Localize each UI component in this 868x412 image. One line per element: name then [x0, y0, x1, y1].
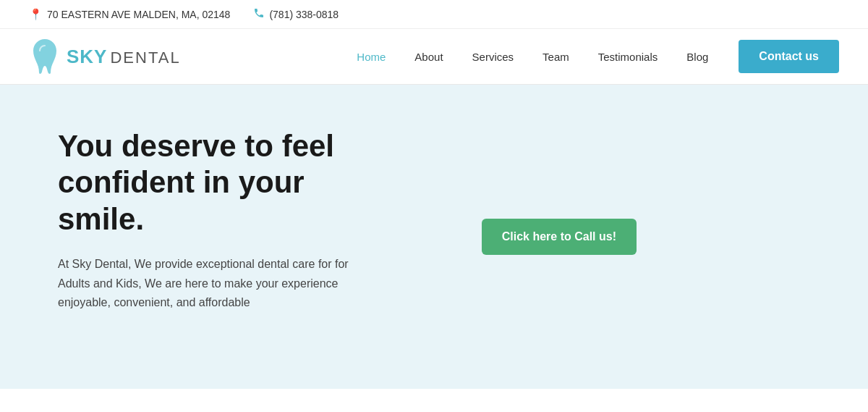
hero-title: You deserve to feel confident in your sm… — [58, 128, 362, 237]
location-icon: 📍 — [29, 8, 43, 21]
nav-about[interactable]: About — [401, 45, 456, 69]
address-text: 70 EASTERN AVE MALDEN, MA, 02148 — [47, 9, 230, 20]
logo-sky: SKY — [67, 46, 107, 68]
nav-services[interactable]: Services — [459, 45, 527, 69]
call-button[interactable]: Click here to Call us! — [482, 219, 637, 255]
phone-icon — [253, 7, 265, 21]
hero-section: You deserve to feel confident in your sm… — [0, 85, 868, 389]
nav-blog[interactable]: Blog — [673, 45, 721, 69]
phone-text: (781) 338-0818 — [269, 9, 339, 20]
hero-content: You deserve to feel confident in your sm… — [58, 128, 362, 312]
top-bar: 📍 70 EASTERN AVE MALDEN, MA, 02148 (781)… — [0, 0, 868, 29]
contact-button[interactable]: Contact us — [739, 40, 839, 73]
phone-item: (781) 338-0818 — [253, 7, 339, 21]
logo-text: SKY DENTAL — [67, 46, 181, 68]
call-button-container: Click here to Call us! — [482, 219, 637, 255]
logo-icon — [29, 38, 61, 75]
hero-description: At Sky Dental, We provide exceptional de… — [58, 255, 362, 312]
address-item: 📍 70 EASTERN AVE MALDEN, MA, 02148 — [29, 8, 230, 21]
logo[interactable]: SKY DENTAL — [29, 38, 181, 75]
logo-dental: DENTAL — [110, 49, 180, 67]
nav-team[interactable]: Team — [529, 45, 582, 69]
header: SKY DENTAL Home About Services Team Test… — [0, 29, 868, 85]
nav-home[interactable]: Home — [344, 45, 399, 69]
nav-testimonials[interactable]: Testimonials — [585, 45, 671, 69]
main-nav: Home About Services Team Testimonials Bl… — [344, 45, 721, 69]
